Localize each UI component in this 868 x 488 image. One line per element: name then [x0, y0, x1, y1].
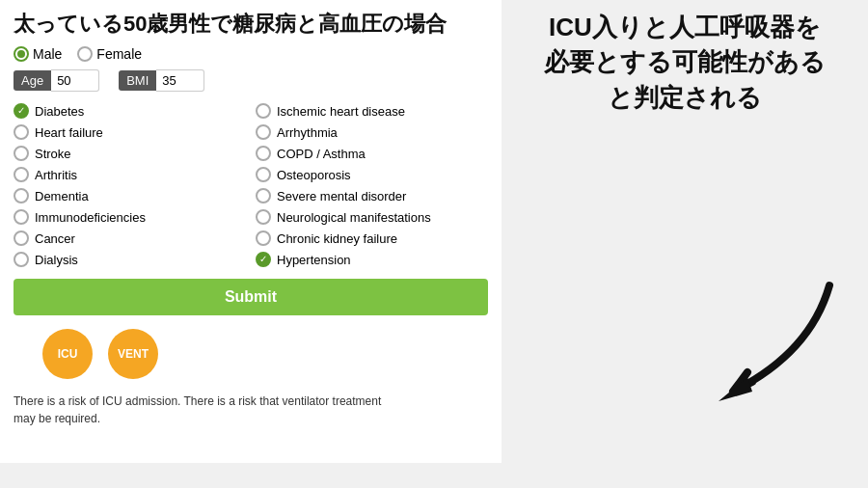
- condition-label: Chronic kidney failure: [277, 231, 397, 246]
- condition-item[interactable]: Arrhythmia: [256, 122, 488, 142]
- gender-row: Male Female: [14, 46, 488, 62]
- condition-label: COPD / Asthma: [277, 147, 366, 161]
- condition-checkbox[interactable]: [256, 167, 271, 182]
- condition-item[interactable]: COPD / Asthma: [256, 144, 488, 163]
- condition-checkbox[interactable]: [14, 103, 29, 119]
- condition-item[interactable]: Stroke: [14, 144, 246, 163]
- bmi-group: BMI: [119, 69, 204, 92]
- submit-button[interactable]: Submit: [14, 279, 488, 315]
- condition-checkbox[interactable]: [14, 167, 29, 182]
- age-input[interactable]: [51, 69, 99, 92]
- condition-item[interactable]: Ischemic heart disease: [256, 101, 488, 121]
- main-panel: 太っている50歳男性で糖尿病と高血圧の場合 Male Female Age BM…: [0, 0, 502, 463]
- condition-item[interactable]: Diabetes: [14, 101, 246, 121]
- condition-item[interactable]: Hypertension: [256, 250, 488, 269]
- condition-item[interactable]: Dialysis: [14, 250, 246, 269]
- condition-label: Stroke: [35, 147, 71, 161]
- condition-label: Arrhythmia: [277, 125, 338, 140]
- bmi-input[interactable]: [156, 69, 204, 92]
- result-text: There is a risk of ICU admission. There …: [14, 393, 399, 427]
- condition-label: Severe mental disorder: [277, 189, 406, 203]
- annotation-panel: ICU入りと人工呼吸器を必要とする可能性があると判定される: [511, 10, 858, 124]
- bmi-label: BMI: [119, 70, 156, 91]
- condition-checkbox[interactable]: [14, 230, 29, 246]
- age-label: Age: [14, 70, 51, 91]
- annotation-text: ICU入りと人工呼吸器を必要とする可能性があると判定される: [511, 10, 858, 115]
- condition-checkbox[interactable]: [256, 188, 271, 203]
- condition-checkbox[interactable]: [256, 103, 271, 119]
- condition-label: Dialysis: [35, 253, 78, 267]
- female-radio[interactable]: Female: [77, 46, 142, 62]
- condition-item[interactable]: Chronic kidney failure: [256, 229, 488, 248]
- male-label: Male: [33, 46, 62, 62]
- condition-label: Hypertension: [277, 253, 351, 267]
- condition-item[interactable]: Neurological manifestations: [256, 207, 488, 227]
- condition-item[interactable]: Heart failure: [14, 122, 246, 142]
- female-radio-circle[interactable]: [77, 46, 93, 62]
- condition-label: Osteoporosis: [277, 168, 351, 182]
- condition-checkbox[interactable]: [14, 146, 29, 161]
- condition-label: Dementia: [35, 189, 89, 203]
- condition-label: Cancer: [35, 231, 75, 246]
- condition-checkbox[interactable]: [256, 230, 271, 246]
- conditions-grid: DiabetesIschemic heart diseaseHeart fail…: [14, 101, 488, 269]
- result-badge: ICU: [42, 329, 93, 379]
- svg-marker-0: [719, 377, 752, 401]
- condition-item[interactable]: Dementia: [14, 186, 246, 205]
- female-label: Female: [96, 46, 142, 62]
- condition-label: Arthritis: [35, 168, 77, 182]
- condition-label: Heart failure: [35, 125, 103, 140]
- condition-checkbox[interactable]: [14, 209, 29, 225]
- result-badge: VENT: [108, 329, 158, 379]
- condition-checkbox[interactable]: [14, 252, 29, 267]
- result-badges: ICUVENT: [14, 329, 488, 379]
- page-title: 太っている50歳男性で糖尿病と高血圧の場合: [14, 10, 488, 39]
- condition-item[interactable]: Osteoporosis: [256, 165, 488, 184]
- condition-checkbox[interactable]: [256, 124, 271, 140]
- male-radio-circle[interactable]: [14, 46, 29, 62]
- condition-checkbox[interactable]: [256, 252, 271, 267]
- condition-item[interactable]: Cancer: [14, 229, 246, 248]
- condition-item[interactable]: Severe mental disorder: [256, 186, 488, 205]
- arrow-icon: [559, 276, 849, 430]
- condition-checkbox[interactable]: [14, 124, 29, 140]
- age-group: Age: [14, 69, 99, 92]
- input-row: Age BMI: [14, 69, 488, 92]
- condition-checkbox[interactable]: [256, 146, 271, 161]
- condition-label: Diabetes: [35, 104, 84, 119]
- condition-checkbox[interactable]: [256, 209, 271, 225]
- condition-checkbox[interactable]: [14, 188, 29, 203]
- condition-item[interactable]: Arthritis: [14, 165, 246, 184]
- condition-label: Neurological manifestations: [277, 210, 431, 225]
- condition-label: Ischemic heart disease: [277, 104, 405, 119]
- condition-item[interactable]: Immunodeficiencies: [14, 207, 246, 227]
- condition-label: Immunodeficiencies: [35, 210, 146, 225]
- male-radio[interactable]: Male: [14, 46, 62, 62]
